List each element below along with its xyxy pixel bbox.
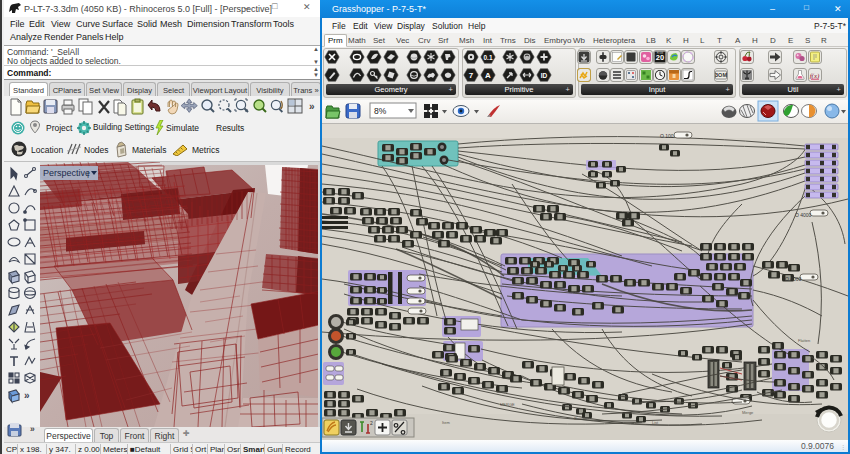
- svg-text:0.1: 0.1: [483, 54, 492, 61]
- svg-text:»: »: [24, 390, 30, 401]
- svg-text:3OM: 3OM: [715, 72, 727, 78]
- svg-text:Perspective: Perspective: [43, 168, 90, 178]
- svg-text:»: »: [309, 101, 315, 112]
- svg-text:7: 7: [469, 71, 474, 80]
- svg-text:8%: 8%: [374, 106, 387, 116]
- svg-text:A: A: [485, 71, 491, 80]
- svg-text:Flatten: Flatten: [798, 338, 810, 343]
- svg-text:RGB: RGB: [657, 51, 664, 55]
- svg-text:Item: Item: [442, 420, 450, 425]
- svg-text:O 4000: O 4000: [785, 276, 802, 282]
- svg-text:f(x): f(x): [810, 72, 820, 80]
- svg-text:O 100: O 100: [660, 133, 674, 139]
- svg-text:O 4000: O 4000: [795, 212, 812, 218]
- svg-text:Merge: Merge: [742, 410, 754, 415]
- svg-text:2: 2: [370, 420, 373, 426]
- svg-text:|: |: [87, 169, 89, 178]
- svg-text:ID: ID: [541, 72, 548, 79]
